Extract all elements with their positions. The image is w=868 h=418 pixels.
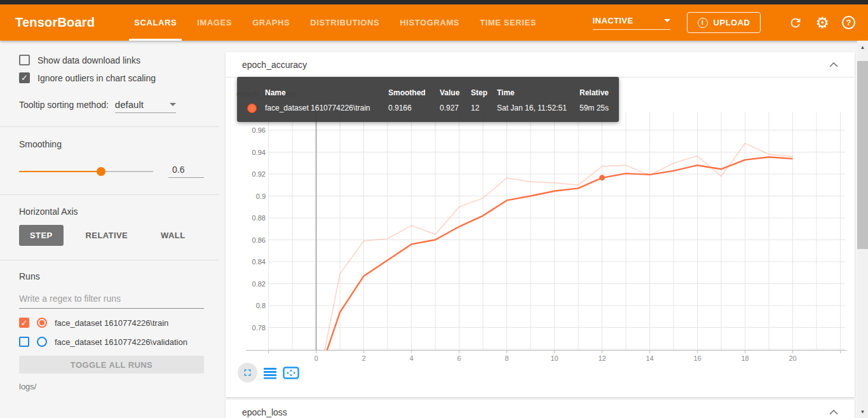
window-top-strip <box>0 0 868 4</box>
svg-text:12: 12 <box>598 354 606 362</box>
tab-distributions[interactable]: DISTRIBUTIONS <box>300 4 390 41</box>
tooltip-header-smoothed: Smoothed <box>388 88 440 97</box>
epoch-loss-title: epoch_loss <box>242 407 287 417</box>
svg-text:20: 20 <box>789 354 796 362</box>
tab-images[interactable]: IMAGES <box>187 4 242 41</box>
ignore-outliers-row: ✓ Ignore outliers in chart scaling <box>19 72 204 83</box>
info-icon: i <box>698 18 708 28</box>
svg-text:16: 16 <box>693 354 701 362</box>
tooltip-header-name: Name <box>265 88 388 97</box>
show-download-links-checkbox[interactable] <box>19 55 30 65</box>
svg-text:0.96: 0.96 <box>252 126 266 134</box>
epoch-accuracy-card-header: epoch_accuracy <box>226 52 855 78</box>
run-train-label: face_dataset 1610774226\train <box>55 318 168 328</box>
upload-button-label: UPLOAD <box>714 18 750 27</box>
chevron-down-icon <box>664 19 670 22</box>
scrollbar-thumb[interactable] <box>857 61 868 249</box>
run-validation-checkbox[interactable] <box>19 337 29 347</box>
svg-text:0.84: 0.84 <box>252 258 266 266</box>
run-row-train: ✓ face_dataset 1610774226\train <box>19 318 204 328</box>
smoothing-slider-thumb[interactable] <box>97 167 105 176</box>
tooltip-header-row: Name Smoothed Value Step Time Relative <box>237 85 619 100</box>
svg-text:0.86: 0.86 <box>252 236 266 244</box>
app-header: TensorBoard SCALARS IMAGES GRAPHS DISTRI… <box>0 4 868 41</box>
page-scrollbar[interactable]: ▲ ▼ <box>857 41 868 418</box>
svg-text:8: 8 <box>505 354 508 362</box>
tooltip-header-relative: Relative <box>577 88 619 97</box>
epoch-accuracy-chart[interactable]: 0.780.80.820.840.860.880.90.920.940.9602… <box>241 108 851 367</box>
upload-button[interactable]: i UPLOAD <box>687 12 761 33</box>
epoch-loss-card-header: epoch_loss <box>226 400 855 418</box>
show-download-links-label: Show data download links <box>37 55 140 65</box>
smoothing-section: Smoothing 0.6 <box>0 127 219 195</box>
smoothing-label: Smoothing <box>19 127 204 149</box>
svg-text:0.92: 0.92 <box>252 170 266 178</box>
nav-tabs: SCALARS IMAGES GRAPHS DISTRIBUTIONS HIST… <box>124 4 546 41</box>
runs-section: Runs ✓ face_dataset 1610774226\train fac… <box>0 260 219 391</box>
help-icon[interactable]: ? <box>842 16 855 29</box>
settings-gear-icon[interactable]: ⚙ <box>815 16 829 30</box>
svg-text:2: 2 <box>362 354 365 362</box>
header-controls: INACTIVE i UPLOAD ⚙ ? <box>593 4 855 41</box>
run-train-radio[interactable] <box>37 318 47 328</box>
svg-text:0.78: 0.78 <box>252 324 266 332</box>
ignore-outliers-checkbox[interactable]: ✓ <box>19 72 30 83</box>
refresh-icon[interactable] <box>789 16 803 30</box>
run-color-swatch <box>247 104 257 113</box>
tooltip-sort-row: Tooltip sorting method: default <box>19 99 204 126</box>
smoothing-slider[interactable] <box>19 171 153 172</box>
tooltip-sort-dropdown[interactable]: default <box>115 99 176 113</box>
svg-text:18: 18 <box>741 354 749 362</box>
runs-regex-input[interactable] <box>19 293 204 309</box>
collapse-chevron-up-icon[interactable] <box>829 410 838 415</box>
run-train-checkbox[interactable]: ✓ <box>19 318 29 328</box>
svg-text:0: 0 <box>314 354 318 362</box>
axis-mode-step[interactable]: STEP <box>19 225 64 246</box>
svg-text:10: 10 <box>550 354 558 362</box>
fit-to-data-icon <box>283 367 299 379</box>
tab-histograms[interactable]: HISTOGRAMS <box>390 4 470 41</box>
epoch-accuracy-card: epoch_accuracy epoch_accuracy 0.780.80.8… <box>226 52 855 397</box>
tooltip-header-value: Value <box>440 88 471 97</box>
expand-chart-button[interactable] <box>238 363 257 382</box>
scrollbar-down-arrow[interactable]: ▼ <box>857 407 868 417</box>
run-validation-radio[interactable] <box>37 337 47 347</box>
chevron-down-icon <box>170 103 176 106</box>
general-settings-section: Show data download links ✓ Ignore outlie… <box>0 41 219 127</box>
app-logo: TensorBoard <box>15 15 95 30</box>
dashboard-main: epoch_accuracy epoch_accuracy 0.780.80.8… <box>219 41 857 418</box>
svg-text:6: 6 <box>457 354 461 362</box>
lines-icon <box>263 367 277 379</box>
collapse-chevron-up-icon[interactable] <box>829 62 838 67</box>
tooltip-time: Sat Jan 16, 11:52:51 <box>497 104 577 112</box>
axis-mode-buttons: STEP RELATIVE WALL <box>19 225 204 260</box>
tab-time-series[interactable]: TIME SERIES <box>470 4 546 41</box>
runs-label: Runs <box>19 260 204 281</box>
toggle-all-runs-button[interactable]: TOGGLE ALL RUNS <box>19 356 204 374</box>
svg-text:14: 14 <box>646 354 653 362</box>
tooltip-run-name: face_dataset 1610774226\train <box>265 104 388 112</box>
tab-graphs[interactable]: GRAPHS <box>242 4 300 41</box>
log-scale-toggle-button[interactable] <box>263 367 277 379</box>
logs-path-label: logs/ <box>19 382 204 391</box>
tab-scalars[interactable]: SCALARS <box>124 4 187 41</box>
axis-mode-wall[interactable]: WALL <box>150 225 196 246</box>
status-dropdown-value: INACTIVE <box>593 16 634 25</box>
fit-domain-button[interactable] <box>283 367 299 379</box>
svg-text:4: 4 <box>409 354 413 362</box>
tooltip-smoothed-value: 0.9166 <box>388 104 440 112</box>
svg-text:0.82: 0.82 <box>252 280 266 288</box>
run-row-validation: face_dataset 1610774226\validation <box>19 337 204 347</box>
epoch-accuracy-title: epoch_accuracy <box>242 60 307 70</box>
svg-text:0.94: 0.94 <box>252 149 266 156</box>
axis-mode-relative[interactable]: RELATIVE <box>75 225 139 246</box>
smoothing-slider-row: 0.6 <box>19 165 204 194</box>
scrollbar-up-arrow[interactable]: ▲ <box>857 42 868 52</box>
epoch-loss-card: epoch_loss <box>226 400 855 418</box>
tooltip-data-row: face_dataset 1610774226\train 0.9166 0.9… <box>237 100 619 116</box>
smoothing-value-input[interactable]: 0.6 <box>168 165 204 178</box>
status-dropdown[interactable]: INACTIVE <box>593 16 670 30</box>
svg-text:0.8: 0.8 <box>256 302 266 309</box>
horizontal-axis-label: Horizontal Axis <box>19 195 204 217</box>
svg-text:0.9: 0.9 <box>256 192 266 200</box>
